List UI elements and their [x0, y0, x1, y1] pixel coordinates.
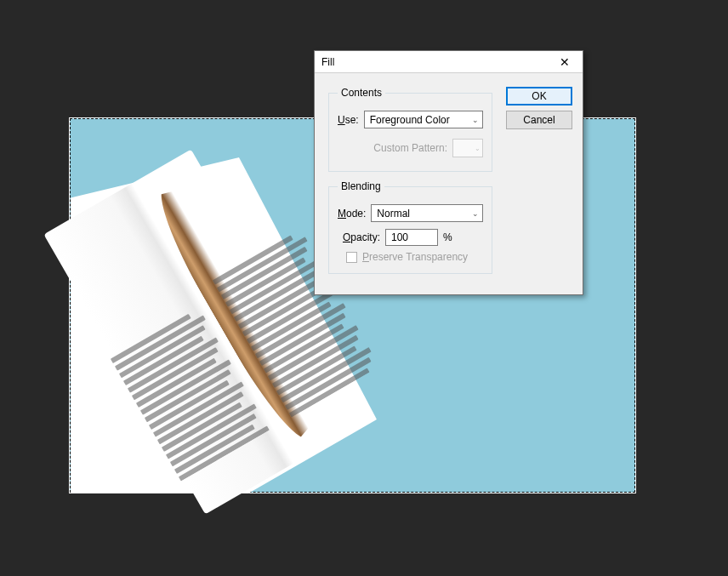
close-icon: ✕	[560, 55, 570, 69]
use-select-value: Foreground Color	[370, 114, 450, 126]
mode-label: Mode:	[338, 208, 366, 220]
opacity-input[interactable]: 100	[385, 229, 438, 246]
preserve-transparency-checkbox	[346, 252, 357, 263]
chevron-down-icon: ⌄	[472, 209, 479, 218]
mode-select-value: Normal	[377, 208, 410, 220]
blending-fieldset: Blending Mode: Normal ⌄ Opacity: 100 % P…	[328, 180, 492, 274]
contents-legend: Contents	[338, 87, 385, 99]
dialog-title: Fill	[321, 56, 334, 68]
opacity-label: Opacity:	[338, 231, 380, 243]
contents-fieldset: Contents Use: Foreground Color ⌄ Custom …	[328, 87, 492, 172]
preserve-transparency-row: Preserve Transparency	[346, 251, 483, 263]
dialog-body: OK Cancel Contents Use: Foreground Color…	[315, 73, 583, 294]
custom-pattern-label: Custom Pattern:	[373, 142, 447, 154]
custom-pattern-picker: ⌄	[452, 139, 483, 157]
dialog-titlebar[interactable]: Fill ✕	[315, 51, 583, 73]
mode-row: Mode: Normal ⌄	[338, 204, 483, 222]
use-select[interactable]: Foreground Color ⌄	[364, 111, 483, 128]
cancel-button[interactable]: Cancel	[506, 111, 572, 129]
preserve-transparency-label: Preserve Transparency	[362, 251, 468, 263]
opacity-value: 100	[391, 231, 408, 243]
use-label: Use:	[338, 114, 359, 126]
ok-button[interactable]: OK	[506, 87, 572, 106]
dialog-button-column: OK Cancel	[506, 87, 572, 129]
chevron-down-icon: ⌄	[475, 145, 481, 152]
use-row: Use: Foreground Color ⌄	[338, 111, 483, 128]
close-button[interactable]: ✕	[552, 53, 577, 71]
pattern-row: Custom Pattern: ⌄	[338, 139, 483, 157]
blending-legend: Blending	[338, 180, 384, 192]
opacity-unit: %	[443, 231, 452, 243]
chevron-down-icon: ⌄	[472, 116, 479, 124]
fill-dialog: Fill ✕ OK Cancel Contents Use: Foregroun…	[314, 50, 583, 295]
mode-select[interactable]: Normal ⌄	[371, 204, 483, 222]
opacity-row: Opacity: 100 %	[338, 229, 483, 246]
